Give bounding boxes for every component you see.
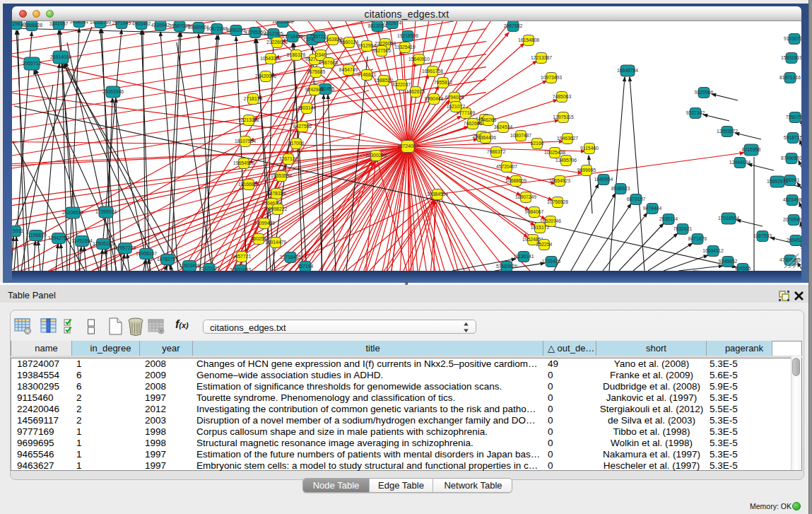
svg-text:19654925: 19654925 [233, 160, 254, 165]
svg-text:14265799: 14265799 [90, 21, 111, 25]
svg-text:11325419: 11325419 [394, 45, 416, 49]
svg-text:18300295: 18300295 [365, 153, 387, 158]
svg-text:2718176: 2718176 [244, 96, 263, 101]
svg-text:10688609: 10688609 [505, 178, 526, 183]
svg-text:8215958: 8215958 [742, 147, 761, 152]
svg-text:1733426: 1733426 [542, 259, 561, 264]
svg-text:8990448: 8990448 [425, 96, 444, 101]
svg-text:8322037: 8322037 [392, 82, 411, 87]
svg-text:3267130: 3267130 [279, 156, 298, 161]
svg-text:26053346: 26053346 [102, 89, 124, 94]
svg-text:12444184: 12444184 [729, 160, 751, 165]
svg-text:10654112: 10654112 [702, 248, 724, 253]
svg-text:7462605: 7462605 [464, 121, 483, 126]
svg-text:6879197: 6879197 [627, 197, 646, 201]
svg-text:7955812: 7955812 [434, 80, 453, 85]
svg-text:15716485: 15716485 [280, 255, 301, 259]
svg-text:5918715: 5918715 [784, 135, 801, 140]
svg-text:16914479: 16914479 [265, 240, 286, 245]
svg-text:3341057: 3341057 [49, 21, 69, 26]
svg-text:17016504: 17016504 [718, 216, 739, 221]
svg-text:1621072: 1621072 [447, 104, 466, 109]
svg-text:95320121: 95320121 [199, 266, 220, 271]
svg-text:18724007: 18724007 [397, 144, 418, 148]
svg-text:8454749: 8454749 [339, 67, 358, 72]
svg-text:91030736: 91030736 [784, 36, 801, 41]
svg-text:21364436: 21364436 [475, 135, 496, 140]
svg-text:7986372: 7986372 [487, 149, 506, 154]
svg-text:16154808: 16154808 [518, 37, 539, 42]
svg-text:12942757: 12942757 [48, 235, 69, 240]
svg-text:5878334: 5878334 [267, 191, 286, 196]
svg-text:23226058: 23226058 [375, 41, 396, 46]
svg-text:9660124: 9660124 [340, 40, 359, 45]
svg-text:13495796: 13495796 [555, 158, 577, 163]
svg-text:9329966: 9329966 [695, 90, 714, 95]
svg-text:7022674: 7022674 [383, 21, 402, 25]
svg-text:15692971: 15692971 [767, 179, 788, 184]
svg-text:3915911: 3915911 [12, 228, 23, 233]
svg-text:317006: 317006 [288, 141, 305, 146]
svg-text:2055712: 2055712 [23, 61, 42, 66]
svg-text:9699695: 9699695 [577, 168, 596, 173]
svg-text:2935114: 2935114 [659, 216, 678, 221]
svg-text:23718431: 23718431 [282, 34, 303, 39]
svg-text:2967608: 2967608 [319, 60, 339, 65]
svg-text:746266: 746266 [481, 117, 497, 122]
svg-text:9457721: 9457721 [233, 254, 252, 259]
svg-text:11451594: 11451594 [71, 238, 93, 243]
svg-text:7803144: 7803144 [298, 105, 317, 110]
svg-text:1615172: 1615172 [531, 225, 550, 230]
svg-text:19463627: 19463627 [557, 136, 578, 141]
svg-text:4823498: 4823498 [783, 197, 801, 202]
svg-text:8186328: 8186328 [287, 52, 306, 57]
svg-text:11136141: 11136141 [513, 254, 534, 259]
svg-text:2346: 2346 [315, 52, 326, 57]
svg-text:9146821: 9146821 [358, 72, 377, 77]
svg-text:19384554: 19384554 [427, 192, 448, 197]
svg-text:4612365: 4612365 [264, 31, 283, 36]
svg-text:19654923: 19654923 [549, 178, 570, 183]
svg-text:9084067: 9084067 [525, 209, 544, 214]
svg-text:157164: 157164 [298, 264, 314, 269]
svg-text:14099489: 14099489 [254, 221, 275, 226]
svg-text:9474444: 9474444 [643, 206, 662, 211]
svg-text:10973493: 10973493 [541, 75, 562, 80]
svg-text:2571945: 2571945 [112, 21, 131, 25]
svg-text:12093872: 12093872 [717, 129, 738, 134]
svg-text:3675685: 3675685 [307, 69, 326, 74]
svg-text:12975115: 12975115 [553, 115, 574, 119]
svg-text:9227342: 9227342 [686, 110, 705, 115]
svg-text:924565: 924565 [735, 266, 751, 271]
svg-text:3624534: 3624534 [494, 124, 513, 129]
svg-text:9998222: 9998222 [269, 206, 288, 211]
svg-text:2458591: 2458591 [70, 21, 89, 24]
svg-text:7485063: 7485063 [553, 94, 572, 99]
svg-text:19166825: 19166825 [238, 182, 259, 187]
svg-text:8938923: 8938923 [611, 186, 630, 191]
svg-text:23226058: 23226058 [266, 40, 288, 45]
svg-text:8427552: 8427552 [293, 124, 312, 129]
svg-text:7350753: 7350753 [786, 115, 801, 119]
svg-text:10756928: 10756928 [547, 199, 568, 204]
svg-text:10025438: 10025438 [544, 150, 565, 155]
svg-text:17359924: 17359924 [95, 209, 117, 214]
svg-text:16033809: 16033809 [272, 21, 293, 24]
svg-text:760254: 760254 [251, 236, 267, 241]
svg-text:15640910: 15640910 [408, 57, 430, 62]
svg-text:9245652: 9245652 [719, 259, 738, 264]
svg-text:1167533: 1167533 [753, 233, 772, 238]
svg-text:81971316: 81971316 [779, 75, 801, 80]
svg-text:12213387: 12213387 [531, 55, 552, 60]
svg-text:57683626: 57683626 [496, 264, 517, 269]
svg-text:11156829: 11156829 [25, 233, 46, 238]
svg-text:19218506: 19218506 [397, 33, 418, 38]
svg-text:6794028: 6794028 [445, 95, 464, 100]
svg-text:23420046: 23420046 [255, 74, 276, 78]
svg-text:1362615: 1362615 [406, 89, 425, 94]
svg-text:18107554: 18107554 [235, 139, 256, 144]
svg-text:16961758: 16961758 [422, 69, 443, 74]
svg-text:252254: 252254 [536, 242, 553, 247]
svg-text:4335942: 4335942 [151, 23, 170, 28]
svg-text:9242848: 9242848 [305, 87, 324, 92]
